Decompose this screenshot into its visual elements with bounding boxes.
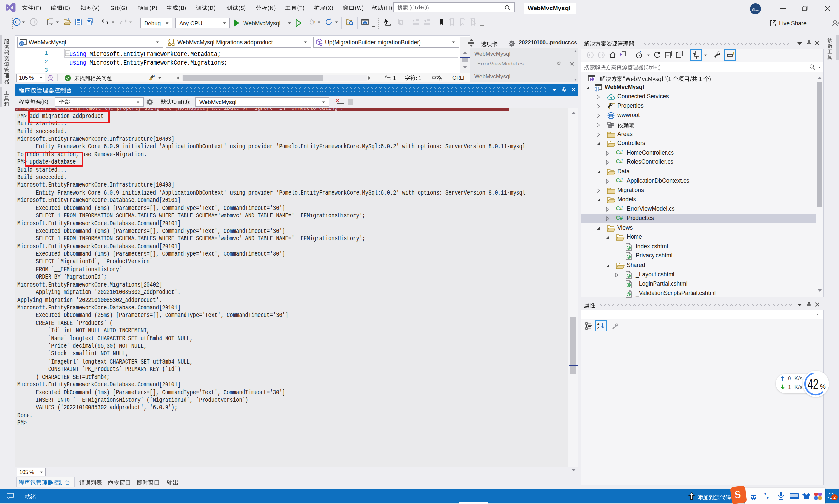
svg-text:Z: Z — [597, 326, 599, 330]
svg-text:A: A — [597, 322, 600, 326]
